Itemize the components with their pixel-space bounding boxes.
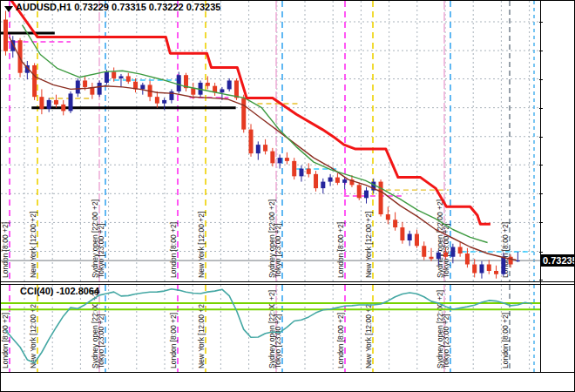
main-chart-pane[interactable]: London [8:00 +2]London [8:00 +2]London [… [1,1,540,281]
price-tick-mark [539,79,543,80]
session-label: Tokyo [23:00 +2] [274,223,282,278]
price-axis[interactable]: 0.754300.751650.749050.746400.743750.741… [540,1,575,373]
candle-body [479,265,484,274]
candle-body [285,158,289,161]
candle-body [206,83,210,86]
candle-body [220,89,224,92]
session-label: London [8:00 +2] [336,313,345,368]
current-price-label: 0.73235 [540,254,575,267]
candle-body [415,234,419,247]
candle-body [162,100,166,104]
candle-body [270,152,274,164]
candle-body [386,214,390,220]
candle-body [155,97,159,103]
price-tick-mark [539,165,543,166]
candle-body [509,257,513,265]
candle-body [487,265,491,271]
candle-body [501,257,505,274]
candle-body [335,178,340,183]
candle-body [3,20,8,51]
session-label: New York [12:00 +2] [364,212,373,278]
price-tick-mark [539,22,543,23]
candle-body [32,65,37,97]
session-label: New York [12:00 +2] [197,212,206,278]
candle-body [126,76,131,81]
candle-body [105,71,109,82]
candle-body [472,265,477,274]
candle-body [465,253,470,264]
session-label: London [8:00 +2] [1,222,10,278]
candle-body [299,169,303,177]
candle-body [241,98,246,129]
session-label: New York [12:00 +2] [364,302,373,368]
session-label: London [8:00 +2] [1,313,10,368]
candle-body [39,97,44,109]
pane-separator-line2 [1,284,575,285]
candle-body [54,100,58,105]
price-tick-mark [539,137,543,138]
candle-body [98,83,102,95]
cci-indicator-pane[interactable]: London [8:00 +2]London [8:00 +2]London [… [1,285,540,372]
chart-symbol-dropdown-icon[interactable] [4,5,14,13]
candle-body [256,145,260,153]
session-label: New York [12:00 +2] [29,302,37,368]
session-label: New York [12:00 +2] [29,212,37,278]
candle-body [69,93,73,111]
candle-body [430,257,434,259]
candle-body [76,80,80,93]
candle-body [422,246,426,256]
candle-body [314,174,318,188]
candle-body [494,271,498,274]
session-label: London [8:00 +2] [501,313,510,368]
cci-indicator-label: CCI(40) -102.8064 [20,286,99,296]
session-label: Tokyo [23:00 +2] [442,314,450,368]
candle-body [112,71,116,78]
candle-body [249,130,254,153]
candle-body [227,80,232,89]
price-tick-mark [539,280,543,280]
candle-body [18,40,23,72]
candle-body [321,182,325,188]
candle-body [234,80,239,98]
session-label: Tokyo [23:00 +2] [97,223,105,278]
session-label: Tokyo [23:00 +2] [274,314,282,368]
candle-body [458,247,463,253]
candle-body [400,227,404,240]
trend-stop-line [6,1,490,224]
candle-body [393,220,397,227]
candle-body [263,145,267,151]
candle-body [443,253,448,257]
candle-body [47,100,51,109]
price-tick-mark [539,51,543,51]
candle-body [292,161,296,176]
price-tick-mark [539,193,543,194]
session-label: London [8:00 +2] [169,313,178,368]
candle-body [307,169,311,174]
candle-body [516,260,520,261]
session-label: London [8:00 +2] [169,222,178,278]
session-label: Tokyo [23:00 +2] [97,314,105,368]
trading-chart-window: London [8:00 +2]London [8:00 +2]London [… [0,0,575,392]
price-tick-mark [539,108,543,109]
candle-body [140,84,145,89]
session-label: New York [12:00 +2] [197,302,206,368]
candle-body [342,179,347,183]
chart-title-ohlc: AUDUSD,H1 0.73229 0.73315 0.73222 0.7323… [16,2,220,12]
candle-body [191,88,195,94]
candle-body [450,247,455,257]
candle-body [436,253,441,259]
price-tick-mark [539,252,543,253]
candle-body [357,185,362,198]
session-label: London [8:00 +2] [336,222,345,278]
time-axis[interactable]: 16 Nov 201616 Nov 17:0017 Nov 01:0017 No… [1,373,575,392]
candle-body [364,191,369,199]
candle-body [408,234,412,240]
candle-body [278,158,282,163]
candle-body [328,178,333,182]
candle-body [61,105,65,111]
candle-body [177,75,181,91]
candle-body [83,80,87,86]
price-tick-mark [539,222,543,223]
pane-separator[interactable] [1,281,575,282]
candle-body [118,76,123,78]
